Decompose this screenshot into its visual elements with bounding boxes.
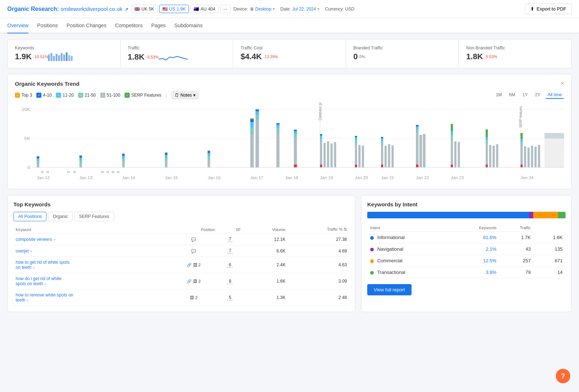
svg-rect-19 [80,155,82,156]
svg-text:Jan 19: Jan 19 [320,176,333,180]
chart-close-button[interactable]: × [561,80,564,87]
top-bar-left: Organic Research: smileworksliverpool.co… [7,5,355,13]
kw-position[interactable]: 5 [227,295,233,300]
transactional-dot [370,271,374,275]
table-row: overjet » 💬 7 6.6K 4.69 [13,245,349,257]
svg-rect-45 [276,128,279,133]
us-flag-icon: 🇺🇸 [162,7,168,12]
currency-filter: Currency: USD [325,7,355,12]
filter-51-100[interactable]: ✓ 51-100 [100,93,120,98]
nav-item-position-changes[interactable]: Position Changes [66,18,106,33]
traffic-sparkline [159,52,188,62]
top-keywords-title: Top Keywords [13,201,349,207]
tab-serp-features[interactable]: SERP Features [74,212,114,221]
intent-traffic-cell: 1.6K [534,232,566,243]
51-100-checkbox[interactable]: ✓ [100,93,105,98]
svg-rect-57 [334,142,336,167]
serp-features-checkbox[interactable]: ✓ [125,93,130,98]
filter-serp-features[interactable]: ✓ SERP Features [125,93,161,98]
nav-item-positions[interactable]: Positions [37,18,58,33]
kw-cell: overjet » [13,245,170,257]
kw-link-composite-veneers[interactable]: composite veneers [16,237,52,242]
intent-pct-cell[interactable]: 2.1% [452,243,499,255]
svg-rect-10 [37,164,39,167]
svg-rect-110 [544,133,564,138]
svg-text:0: 0 [28,165,31,170]
svg-rect-53 [320,142,322,167]
device-filter[interactable]: Device: 🖥 Desktop ▾ [234,7,275,12]
kw-position[interactable]: 7 [227,248,233,254]
11-20-checkbox[interactable]: ✓ [56,93,61,98]
flag-tab-au[interactable]: 🇦🇺 AU 404 [190,5,219,13]
svg-rect-40 [255,120,259,167]
top3-checkbox[interactable]: ✓ [15,93,20,98]
svg-rect-74 [381,138,383,141]
filter-21-50[interactable]: ✓ 21-50 [78,93,96,98]
filter-11-20[interactable]: ✓ 11-20 [56,93,74,98]
intent-cell: Navigational [367,243,452,255]
intent-pct-cell[interactable]: 12.5% [452,255,499,267]
more-flags-button[interactable]: ··· [220,5,231,13]
keywords-table: Keyword Position SF Volume Traffic % ⇅ [13,226,349,306]
page-title: Organic Research: smileworksliverpool.co… [7,6,128,12]
time-all[interactable]: All time [546,92,564,99]
date-filter[interactable]: Date: Jul 22, 2024 ▾ [280,7,319,12]
kw-arrow-icon: » [30,249,32,253]
kw-link-remove-white[interactable]: how to remove white spots onteeth [16,292,73,303]
export-button[interactable]: ⬆ Export to PDF [525,4,572,14]
kw-link-how-do-i[interactable]: how do i get rid of whitespots on teeth [16,276,61,286]
nav-item-subdomains[interactable]: Subdomains [174,18,203,33]
notes-button[interactable]: 🗒 Notes ▾ [171,91,199,99]
nav-item-pages[interactable]: Pages [151,18,166,33]
time-1m[interactable]: 1M [494,92,504,99]
svg-rect-55 [327,141,329,167]
uk-label: UK [141,7,147,12]
domain-link[interactable]: smileworksliverpool.co.uk [61,6,122,12]
date-label: Date: [280,7,291,12]
chat-icon: 💬 [191,249,196,253]
intent-seg-commercial [533,212,558,218]
branded-value: 0 [353,52,358,61]
flag-tab-uk[interactable]: 🇬🇧 UK 5K [131,5,157,13]
col-traffic[interactable]: Traffic % ⇅ [288,226,349,234]
filter-4-10[interactable]: ✓ 4-10 [36,93,52,98]
svg-rect-11 [37,161,39,164]
image-icon: 🖼 [193,263,197,267]
time-6m[interactable]: 6M [507,92,518,99]
image-icon: 🖼 [190,295,194,300]
time-2y[interactable]: 2Y [533,92,543,99]
chart-title: Organic Keywords Trend [15,81,80,87]
tab-organic[interactable]: Organic [48,212,73,221]
kw-position[interactable]: 8 [227,279,233,284]
bar-6 [61,53,62,61]
tab-all-positions[interactable]: All Positions [13,212,46,221]
kw-position[interactable]: 6 [227,262,233,268]
4-10-checkbox[interactable]: ✓ [36,93,41,98]
nav-item-overview[interactable]: Overview [7,18,28,33]
svg-text:Jan 18: Jan 18 [285,176,298,180]
21-50-label: 21-50 [85,93,96,98]
svg-rect-97 [486,129,488,137]
informational-dot [370,236,374,240]
time-1y[interactable]: 1Y [520,92,530,99]
svg-rect-88 [451,131,453,135]
metric-non-branded: Non-Branded Traffic 1.8K -5.53% [459,40,571,68]
kw-link-overjet[interactable]: overjet [16,248,29,254]
kw-position[interactable]: 7 [227,237,233,242]
svg-rect-43 [255,109,259,111]
svg-rect-91 [486,144,488,167]
flag-tab-us[interactable]: 🇺🇸 US 1.9K [159,5,189,13]
nav-item-competitors[interactable]: Competitors [115,18,142,33]
chart-header: Organic Keywords Trend × [15,80,564,87]
kw-link-white-spots[interactable]: how to get rid of white spotson teeth [16,260,70,270]
filter-top3[interactable]: ✓ Top 3 [15,93,32,98]
view-full-report-button[interactable]: View full report [367,284,412,295]
21-50-checkbox[interactable]: ✓ [78,93,83,98]
col-intent: Intent [367,224,452,232]
kw-cell: how to remove white spots onteeth » [13,290,170,306]
intent-pct-cell[interactable]: 3.8% [452,267,499,278]
branded-change: 0% [359,54,365,59]
intent-pct-cell[interactable]: 81.6% [452,232,499,243]
us-value: 1.9K [177,7,186,12]
svg-rect-50 [294,131,297,134]
